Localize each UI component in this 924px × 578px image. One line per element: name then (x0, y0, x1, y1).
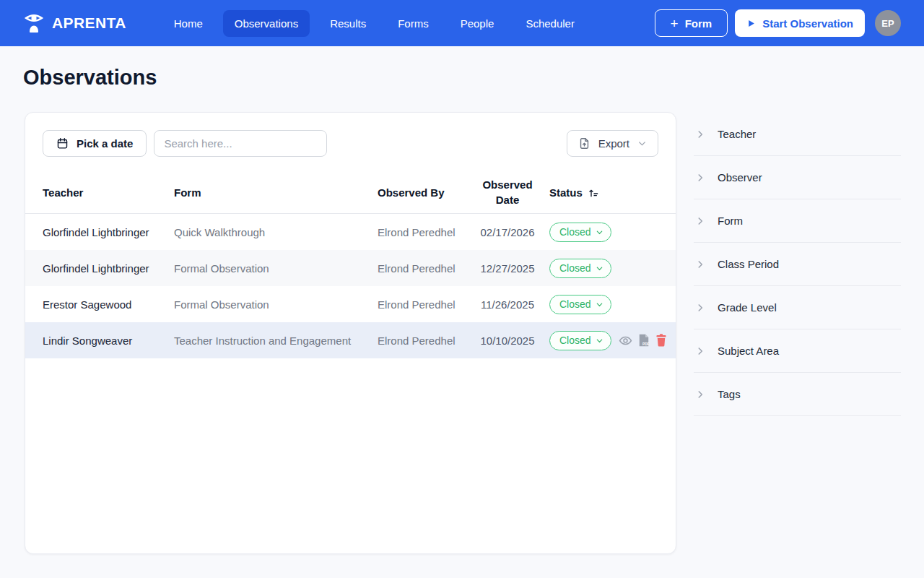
filter-item-label: Teacher (718, 128, 756, 140)
svg-text:PDF: PDF (642, 342, 650, 346)
delete-icon[interactable] (655, 334, 667, 347)
file-export-icon (578, 137, 590, 150)
status-badge-label: Closed (559, 226, 591, 238)
add-form-button-label: Form (685, 17, 712, 30)
calendar-icon (56, 137, 69, 150)
status-badge[interactable]: Closed (549, 331, 611, 350)
header-status-label: Status (549, 186, 583, 199)
nav-item-home[interactable]: Home (162, 10, 214, 37)
chevron-right-icon (695, 173, 705, 183)
chevron-right-icon (695, 389, 705, 400)
page-title: Observations (23, 66, 901, 90)
cell-observed-date: 11/26/2025 (471, 298, 544, 311)
cell-teacher: Erestor Sagewood (43, 298, 174, 311)
export-label: Export (598, 137, 629, 150)
observations-table: Teacher Form Observed By Observed Date S… (25, 172, 676, 358)
chevron-down-icon (596, 301, 603, 309)
header-teacher[interactable]: Teacher (43, 186, 174, 199)
play-icon (746, 19, 756, 28)
nav-item-forms[interactable]: Forms (386, 10, 440, 37)
plus-icon: + (671, 17, 679, 30)
chevron-down-icon (596, 228, 603, 236)
header-observed-by[interactable]: Observed By (378, 186, 471, 199)
navbar: APRENTA HomeObservationsResultsFormsPeop… (0, 0, 924, 46)
nav-items: HomeObservationsResultsFormsPeopleSchedu… (162, 10, 586, 37)
chevron-right-icon (695, 259, 705, 269)
cell-observed-by: Elrond Peredhel (378, 262, 471, 275)
filter-item-label: Class Period (718, 258, 779, 270)
search-input[interactable] (154, 130, 327, 157)
header-form[interactable]: Form (174, 186, 378, 199)
observations-card: Pick a date Export Teacher (25, 112, 676, 554)
chevron-right-icon (695, 129, 705, 139)
cell-observed-date: 12/27/2025 (471, 262, 544, 275)
status-badge[interactable]: Closed (549, 223, 611, 242)
status-badge[interactable]: Closed (549, 259, 611, 278)
export-pdf-icon[interactable]: PDF (638, 334, 650, 347)
navbar-actions: + Form Start Observation EP (655, 9, 901, 37)
cell-status: Closed (544, 295, 619, 314)
cell-form: Quick Walkthrough (174, 226, 378, 238)
cell-observed-by: Elrond Peredhel (378, 298, 471, 311)
cell-observed-by: Elrond Peredhel (378, 226, 471, 238)
aprenta-logo-icon (23, 12, 45, 35)
sort-ascending-icon[interactable] (588, 187, 599, 199)
table-row[interactable]: Glorfindel Lightbringer Quick Walkthroug… (25, 214, 676, 250)
chevron-down-icon (637, 139, 647, 148)
start-observation-button[interactable]: Start Observation (735, 9, 865, 37)
view-icon[interactable] (619, 334, 632, 348)
cell-teacher: Lindir Songweaver (43, 335, 174, 347)
export-button[interactable]: Export (567, 130, 658, 157)
cell-form: Teacher Instruction and Engagement (174, 335, 378, 347)
filters-sidebar: Teacher Observer Form Class Period Grade… (694, 112, 901, 416)
cell-form: Formal Observation (174, 298, 378, 311)
chevron-down-icon (596, 337, 603, 345)
cell-status: Closed (544, 331, 619, 350)
header-observed-date[interactable]: Observed Date (471, 178, 544, 207)
filter-item-observer[interactable]: Observer (694, 156, 901, 199)
chevron-down-icon (596, 264, 603, 272)
status-badge-label: Closed (559, 298, 591, 310)
brand[interactable]: APRENTA (23, 12, 126, 35)
user-avatar[interactable]: EP (875, 10, 901, 36)
filter-item-label: Observer (718, 171, 762, 184)
chevron-right-icon (695, 216, 705, 226)
cell-observed-date: 02/17/2026 (471, 226, 544, 238)
nav-item-results[interactable]: Results (318, 10, 378, 37)
nav-item-scheduler[interactable]: Scheduler (514, 10, 586, 37)
header-status[interactable]: Status (544, 186, 619, 199)
filter-item-class-period[interactable]: Class Period (694, 243, 901, 286)
avatar-initials: EP (881, 18, 894, 29)
cell-observed-date: 10/10/2025 (471, 335, 544, 347)
cell-teacher: Glorfindel Lightbringer (43, 262, 174, 275)
start-observation-label: Start Observation (762, 17, 853, 30)
filter-item-label: Grade Level (718, 301, 777, 314)
cell-teacher: Glorfindel Lightbringer (43, 226, 174, 238)
filter-item-label: Form (718, 215, 743, 227)
cell-status: Closed (544, 223, 619, 242)
pick-date-button[interactable]: Pick a date (43, 130, 147, 157)
filter-item-subject-area[interactable]: Subject Area (694, 329, 901, 373)
table-row[interactable]: Erestor Sagewood Formal Observation Elro… (25, 286, 676, 322)
status-badge[interactable]: Closed (549, 295, 611, 314)
table-row[interactable]: Lindir Songweaver Teacher Instruction an… (25, 322, 676, 358)
nav-item-people[interactable]: People (449, 10, 506, 37)
filter-item-tags[interactable]: Tags (694, 373, 901, 416)
table-header-row: Teacher Form Observed By Observed Date S… (25, 172, 676, 214)
filter-item-grade-level[interactable]: Grade Level (694, 286, 901, 329)
nav-item-observations[interactable]: Observations (223, 10, 310, 37)
filter-item-teacher[interactable]: Teacher (694, 113, 901, 156)
chevron-right-icon (695, 346, 705, 356)
table-body: Glorfindel Lightbringer Quick Walkthroug… (25, 214, 676, 358)
filter-item-form[interactable]: Form (694, 199, 901, 243)
row-actions: PDF (619, 334, 667, 348)
cell-status: Closed (544, 259, 619, 278)
status-badge-label: Closed (559, 335, 591, 346)
cell-form: Formal Observation (174, 262, 378, 275)
filter-item-label: Subject Area (718, 345, 779, 357)
cell-observed-by: Elrond Peredhel (378, 335, 471, 347)
table-row[interactable]: Glorfindel Lightbringer Formal Observati… (25, 250, 676, 286)
filter-item-label: Tags (718, 388, 741, 400)
add-form-button[interactable]: + Form (655, 9, 728, 37)
status-badge-label: Closed (559, 262, 591, 274)
